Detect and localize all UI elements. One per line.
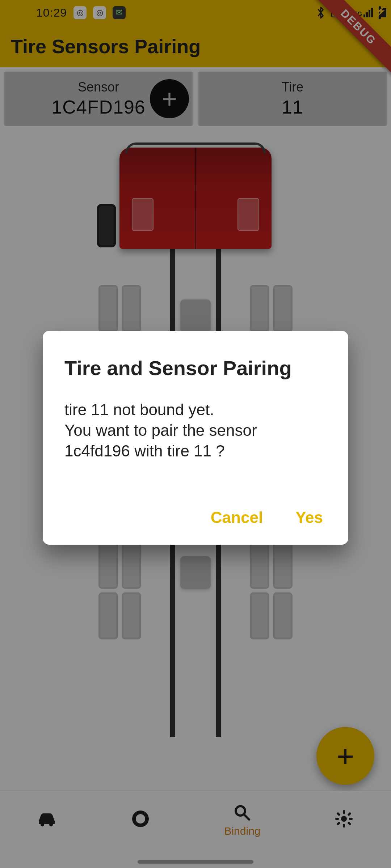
cancel-button[interactable]: Cancel (211, 509, 263, 527)
confirm-button[interactable]: Yes (295, 509, 323, 527)
dialog-title: Tire and Sensor Pairing (64, 356, 327, 380)
dialog-body: tire 11 not bound yet. You want to pair … (64, 399, 327, 461)
pairing-confirm-dialog: Tire and Sensor Pairing tire 11 not boun… (43, 331, 348, 545)
dialog-actions: Cancel Yes (64, 509, 327, 527)
